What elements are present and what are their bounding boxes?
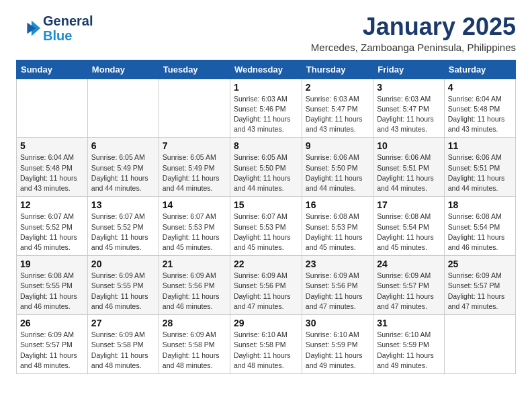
day-number: 12 bbox=[20, 199, 84, 210]
day-info: Sunrise: 6:05 AMSunset: 5:50 PMDaylight:… bbox=[234, 152, 298, 193]
day-info: Sunrise: 6:06 AMSunset: 5:50 PMDaylight:… bbox=[306, 152, 369, 193]
day-info: Sunrise: 6:07 AMSunset: 5:53 PMDaylight:… bbox=[163, 212, 226, 253]
day-info: Sunrise: 6:04 AMSunset: 5:48 PMDaylight:… bbox=[448, 94, 512, 135]
day-number: 23 bbox=[306, 259, 369, 269]
day-number: 24 bbox=[377, 259, 441, 269]
day-header-tuesday: Tuesday bbox=[159, 60, 230, 79]
day-info: Sunrise: 6:03 AMSunset: 5:47 PMDaylight:… bbox=[306, 94, 369, 135]
calendar-cell: 26Sunrise: 6:09 AMSunset: 5:57 PMDayligh… bbox=[17, 315, 88, 374]
day-number: 7 bbox=[163, 140, 226, 151]
day-number: 4 bbox=[448, 82, 512, 93]
day-header-friday: Friday bbox=[373, 60, 445, 79]
day-info: Sunrise: 6:05 AMSunset: 5:49 PMDaylight:… bbox=[91, 152, 155, 193]
day-number: 20 bbox=[91, 259, 155, 269]
day-number: 31 bbox=[377, 318, 441, 328]
logo-blue: Blue bbox=[43, 28, 93, 43]
day-info: Sunrise: 6:09 AMSunset: 5:56 PMDaylight:… bbox=[163, 271, 226, 312]
day-number: 22 bbox=[234, 259, 298, 269]
calendar-cell: 27Sunrise: 6:09 AMSunset: 5:58 PMDayligh… bbox=[87, 315, 159, 374]
calendar-cell: 25Sunrise: 6:09 AMSunset: 5:57 PMDayligh… bbox=[444, 256, 515, 315]
day-number: 6 bbox=[91, 140, 155, 151]
logo: General Blue bbox=[16, 13, 93, 43]
week-row-5: 26Sunrise: 6:09 AMSunset: 5:57 PMDayligh… bbox=[17, 315, 516, 374]
calendar-cell: 20Sunrise: 6:09 AMSunset: 5:55 PMDayligh… bbox=[87, 256, 159, 315]
calendar-cell: 10Sunrise: 6:06 AMSunset: 5:51 PMDayligh… bbox=[373, 138, 445, 197]
day-info: Sunrise: 6:04 AMSunset: 5:48 PMDaylight:… bbox=[20, 152, 84, 193]
calendar-cell bbox=[87, 79, 159, 138]
day-number: 10 bbox=[377, 140, 441, 151]
day-header-wednesday: Wednesday bbox=[230, 60, 302, 79]
day-info: Sunrise: 6:08 AMSunset: 5:53 PMDaylight:… bbox=[306, 212, 369, 253]
day-number: 8 bbox=[234, 140, 298, 151]
header-row: SundayMondayTuesdayWednesdayThursdayFrid… bbox=[17, 60, 516, 79]
day-info: Sunrise: 6:10 AMSunset: 5:59 PMDaylight:… bbox=[306, 330, 369, 371]
day-info: Sunrise: 6:09 AMSunset: 5:57 PMDaylight:… bbox=[377, 271, 441, 312]
calendar-cell: 21Sunrise: 6:09 AMSunset: 5:56 PMDayligh… bbox=[159, 256, 230, 315]
day-info: Sunrise: 6:09 AMSunset: 5:57 PMDaylight:… bbox=[448, 271, 512, 312]
calendar-cell: 15Sunrise: 6:07 AMSunset: 5:53 PMDayligh… bbox=[230, 197, 302, 256]
calendar-cell: 30Sunrise: 6:10 AMSunset: 5:59 PMDayligh… bbox=[302, 315, 373, 374]
page-header: General Blue January 2025 Mercedes, Zamb… bbox=[16, 13, 516, 53]
week-row-2: 5Sunrise: 6:04 AMSunset: 5:48 PMDaylight… bbox=[17, 138, 516, 197]
calendar-cell: 6Sunrise: 6:05 AMSunset: 5:49 PMDaylight… bbox=[87, 138, 159, 197]
calendar-cell: 18Sunrise: 6:08 AMSunset: 5:54 PMDayligh… bbox=[444, 197, 515, 256]
calendar-cell: 22Sunrise: 6:09 AMSunset: 5:56 PMDayligh… bbox=[230, 256, 302, 315]
calendar-cell: 8Sunrise: 6:05 AMSunset: 5:50 PMDaylight… bbox=[230, 138, 302, 197]
day-info: Sunrise: 6:06 AMSunset: 5:51 PMDaylight:… bbox=[377, 152, 441, 193]
day-number: 17 bbox=[377, 199, 441, 210]
month-title: January 2025 bbox=[311, 13, 516, 40]
day-number: 9 bbox=[306, 140, 369, 151]
day-number: 13 bbox=[91, 199, 155, 210]
day-info: Sunrise: 6:10 AMSunset: 5:59 PMDaylight:… bbox=[377, 330, 441, 371]
day-info: Sunrise: 6:07 AMSunset: 5:53 PMDaylight:… bbox=[234, 212, 298, 253]
calendar-cell: 13Sunrise: 6:07 AMSunset: 5:52 PMDayligh… bbox=[87, 197, 159, 256]
calendar-cell: 12Sunrise: 6:07 AMSunset: 5:52 PMDayligh… bbox=[17, 197, 88, 256]
day-info: Sunrise: 6:09 AMSunset: 5:57 PMDaylight:… bbox=[20, 330, 84, 371]
day-info: Sunrise: 6:10 AMSunset: 5:58 PMDaylight:… bbox=[234, 330, 298, 371]
logo-general: General bbox=[43, 13, 93, 28]
calendar-cell: 7Sunrise: 6:05 AMSunset: 5:49 PMDaylight… bbox=[159, 138, 230, 197]
day-info: Sunrise: 6:05 AMSunset: 5:49 PMDaylight:… bbox=[163, 152, 226, 193]
day-number: 1 bbox=[234, 82, 298, 93]
day-header-sunday: Sunday bbox=[17, 60, 88, 79]
logo-icon bbox=[16, 16, 40, 40]
location: Mercedes, Zamboanga Peninsula, Philippin… bbox=[311, 42, 516, 53]
day-number: 18 bbox=[448, 199, 512, 210]
calendar-cell bbox=[444, 315, 515, 374]
calendar-cell: 14Sunrise: 6:07 AMSunset: 5:53 PMDayligh… bbox=[159, 197, 230, 256]
day-number: 19 bbox=[20, 259, 84, 269]
day-header-saturday: Saturday bbox=[444, 60, 515, 79]
calendar-cell bbox=[17, 79, 88, 138]
day-info: Sunrise: 6:07 AMSunset: 5:52 PMDaylight:… bbox=[91, 212, 155, 253]
calendar-cell: 16Sunrise: 6:08 AMSunset: 5:53 PMDayligh… bbox=[302, 197, 373, 256]
day-info: Sunrise: 6:09 AMSunset: 5:55 PMDaylight:… bbox=[91, 271, 155, 312]
calendar-cell: 28Sunrise: 6:09 AMSunset: 5:58 PMDayligh… bbox=[159, 315, 230, 374]
day-number: 29 bbox=[234, 318, 298, 328]
day-number: 27 bbox=[91, 318, 155, 328]
calendar-cell: 31Sunrise: 6:10 AMSunset: 5:59 PMDayligh… bbox=[373, 315, 445, 374]
calendar-cell bbox=[159, 79, 230, 138]
day-info: Sunrise: 6:06 AMSunset: 5:51 PMDaylight:… bbox=[448, 152, 512, 193]
title-block: January 2025 Mercedes, Zamboanga Peninsu… bbox=[311, 13, 516, 53]
day-number: 26 bbox=[20, 318, 84, 328]
day-info: Sunrise: 6:09 AMSunset: 5:56 PMDaylight:… bbox=[234, 271, 298, 312]
calendar-cell: 4Sunrise: 6:04 AMSunset: 5:48 PMDaylight… bbox=[444, 79, 515, 138]
day-info: Sunrise: 6:09 AMSunset: 5:58 PMDaylight:… bbox=[163, 330, 226, 371]
calendar-cell: 11Sunrise: 6:06 AMSunset: 5:51 PMDayligh… bbox=[444, 138, 515, 197]
week-row-4: 19Sunrise: 6:08 AMSunset: 5:55 PMDayligh… bbox=[17, 256, 516, 315]
day-number: 16 bbox=[306, 199, 369, 210]
calendar-cell: 29Sunrise: 6:10 AMSunset: 5:58 PMDayligh… bbox=[230, 315, 302, 374]
day-info: Sunrise: 6:08 AMSunset: 5:54 PMDaylight:… bbox=[377, 212, 441, 253]
day-number: 25 bbox=[448, 259, 512, 269]
calendar-cell: 2Sunrise: 6:03 AMSunset: 5:47 PMDaylight… bbox=[302, 79, 373, 138]
calendar-cell: 9Sunrise: 6:06 AMSunset: 5:50 PMDaylight… bbox=[302, 138, 373, 197]
calendar-cell: 3Sunrise: 6:03 AMSunset: 5:47 PMDaylight… bbox=[373, 79, 445, 138]
calendar-cell: 24Sunrise: 6:09 AMSunset: 5:57 PMDayligh… bbox=[373, 256, 445, 315]
day-info: Sunrise: 6:03 AMSunset: 5:47 PMDaylight:… bbox=[377, 94, 441, 135]
day-number: 2 bbox=[306, 82, 369, 93]
day-number: 3 bbox=[377, 82, 441, 93]
calendar-cell: 1Sunrise: 6:03 AMSunset: 5:46 PMDaylight… bbox=[230, 79, 302, 138]
calendar-cell: 17Sunrise: 6:08 AMSunset: 5:54 PMDayligh… bbox=[373, 197, 445, 256]
day-number: 21 bbox=[163, 259, 226, 269]
calendar-table: SundayMondayTuesdayWednesdayThursdayFrid… bbox=[16, 60, 516, 374]
